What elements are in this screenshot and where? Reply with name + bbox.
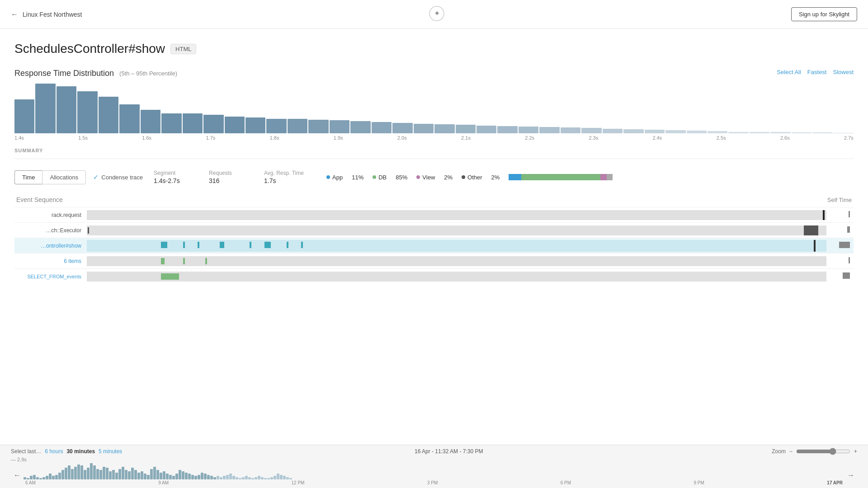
- tab-time[interactable]: Time: [14, 170, 42, 184]
- chart-bar: [161, 113, 181, 133]
- requests-value: 316: [209, 177, 250, 184]
- app-pct: 11%: [352, 174, 363, 181]
- controller-self-bar: [839, 242, 850, 248]
- tab-allocations[interactable]: Allocations: [42, 170, 86, 184]
- chart-bar: [476, 126, 496, 133]
- executor-self-time: [826, 226, 854, 234]
- event-section: Event Sequence Self Time rack.request …c…: [14, 196, 854, 284]
- chart-bar: [183, 113, 203, 133]
- chart-bar: [392, 123, 412, 133]
- bar-app: [509, 174, 521, 180]
- summary-bar: [509, 174, 613, 180]
- header-title: Linux Fest Northwest: [23, 11, 82, 18]
- rack-track: [87, 210, 826, 220]
- chart-bar: [414, 124, 434, 133]
- bar-chart: 1.4s 1.5s 1.6s 1.7s 1.8s 1.9s 2.0s 2.1s …: [14, 84, 854, 141]
- percentile-label: (5th – 95th Percentile): [119, 70, 177, 77]
- items-self-time: [826, 257, 854, 265]
- other-dot: [462, 175, 465, 179]
- avg-resp-value: 1.7s: [264, 177, 305, 184]
- legend-view: View: [416, 174, 435, 181]
- header: ← Linux Fest Northwest ✦ Sign up for Sky…: [0, 0, 868, 29]
- summary-label: SUMMARY: [14, 148, 854, 153]
- chart-bar: [603, 129, 623, 133]
- summary-tabs: Time Allocations: [14, 170, 86, 184]
- rack-self-time: [826, 211, 854, 219]
- chart-bar: [812, 132, 832, 133]
- rack-request-label: rack.request: [14, 212, 87, 218]
- chart-bar: [57, 86, 76, 133]
- other-pct: 2%: [491, 174, 500, 181]
- avg-resp-header: Avg. Resp. Time: [264, 170, 305, 176]
- event-row-executor: …ch::Executor: [14, 222, 854, 238]
- chart-links: Select All Fastest Slowest: [777, 69, 854, 75]
- controller-label: …ontroller#show: [14, 243, 87, 249]
- chart-bar: [519, 127, 538, 133]
- chart-bar: [99, 97, 118, 133]
- segment-header: Segment: [154, 170, 194, 176]
- chart-bar: [225, 117, 245, 133]
- chart-bar: [14, 99, 34, 133]
- chart-bar: [728, 132, 748, 133]
- event-header: Event Sequence Self Time: [14, 196, 854, 203]
- chart-bar: [623, 129, 643, 133]
- signup-button[interactable]: Sign up for Skylight: [791, 7, 857, 21]
- chart-bar: [77, 91, 97, 133]
- rack-end-marker: [823, 210, 825, 220]
- select-track: [87, 272, 826, 282]
- select-all-link[interactable]: Select All: [777, 69, 801, 75]
- rack-self-bar: [849, 211, 850, 217]
- back-arrow[interactable]: ←: [11, 10, 18, 19]
- legend: App 11% DB 85% View 2% Other 2%: [326, 174, 500, 181]
- chart-bar: [245, 117, 265, 133]
- db-dot: [373, 175, 376, 179]
- avg-resp-col: Avg. Resp. Time 1.7s: [264, 170, 305, 184]
- segment-value: 1.4s-2.7s: [154, 177, 194, 184]
- chart-bar: [687, 131, 707, 133]
- bar-other: [607, 174, 613, 180]
- condense-trace-label: Condense trace: [101, 174, 143, 181]
- view-pct: 2%: [444, 174, 453, 181]
- chart-bar: [834, 133, 854, 133]
- chart-title: Response Time Distribution: [14, 69, 114, 78]
- chart-bar: [708, 131, 727, 133]
- summary-columns: Segment 1.4s-2.7s Requests 316 Avg. Resp…: [154, 170, 854, 184]
- executor-start-bar: [88, 227, 89, 234]
- slowest-link[interactable]: Slowest: [833, 69, 854, 75]
- html-badge: HTML: [170, 44, 196, 54]
- chart-bar: [750, 132, 769, 133]
- legend-other: Other: [462, 174, 482, 181]
- condense-trace: ✓ Condense trace: [93, 174, 143, 181]
- event-row-rack: rack.request: [14, 207, 854, 222]
- legend-db: DB: [373, 174, 387, 181]
- controller-track: [87, 240, 826, 252]
- chart-bar: [119, 104, 139, 133]
- chart-bar: [288, 119, 307, 133]
- chart-bar: [645, 130, 665, 133]
- summary-row: Time Allocations ✓ Condense trace Segmen…: [14, 165, 854, 189]
- chart-bar: [665, 130, 685, 133]
- bar-view: [600, 174, 607, 180]
- select-self-time: [826, 272, 854, 280]
- requests-header: Requests: [209, 170, 250, 176]
- chart-bar: [561, 127, 580, 133]
- event-title: Event Sequence: [16, 196, 63, 203]
- chart-bar: [434, 124, 454, 133]
- event-row-items: 6 items: [14, 253, 854, 268]
- controller-self-time: [826, 242, 854, 249]
- chart-bar: [141, 110, 160, 133]
- main-content: SchedulesController#show HTML Response T…: [0, 29, 868, 296]
- app-dot: [326, 175, 330, 179]
- fastest-link[interactable]: Fastest: [807, 69, 827, 75]
- svg-text:✦: ✦: [434, 9, 439, 17]
- view-dot: [416, 175, 420, 179]
- header-logo: ✦: [429, 5, 445, 23]
- chart-bar: [497, 126, 517, 133]
- app-label: App: [332, 174, 343, 181]
- summary-divider: [14, 159, 854, 159]
- chart-bar: [372, 122, 392, 133]
- select-label: SELECT_FROM_events: [14, 274, 87, 279]
- chart-bar: [266, 119, 286, 133]
- db-pct: 85%: [396, 174, 407, 181]
- other-label: Other: [467, 174, 482, 181]
